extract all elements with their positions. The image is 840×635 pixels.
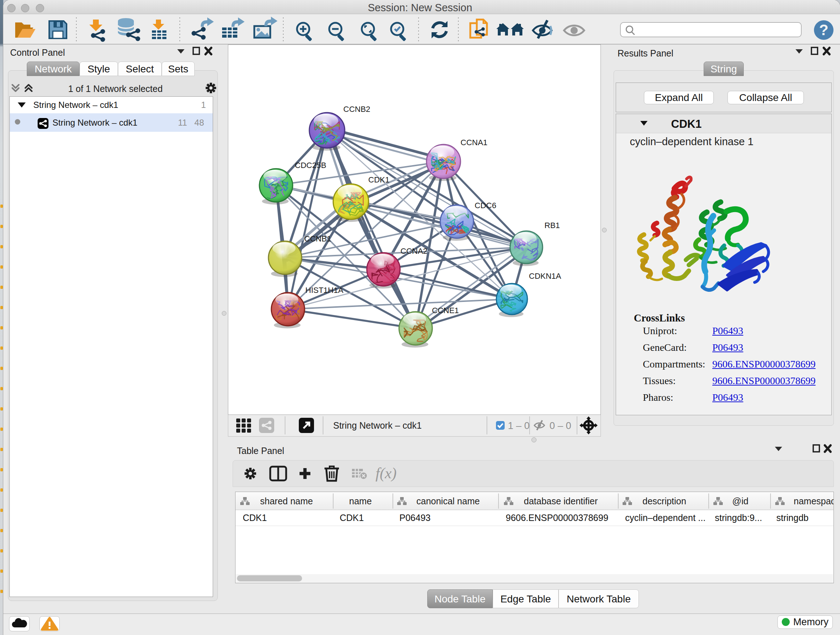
svg-text:1 of 1 Network selected: 1 of 1 Network selected <box>68 84 163 94</box>
svg-text:CCNA2: CCNA2 <box>401 247 428 256</box>
svg-text:CDKN1A: CDKN1A <box>529 272 561 280</box>
svg-text:CCNE1: CCNE1 <box>432 306 459 315</box>
svg-text:CCNA1: CCNA1 <box>461 138 488 147</box>
svg-text:@id: @id <box>732 496 748 506</box>
svg-text:CDK1: CDK1 <box>368 175 390 184</box>
svg-text:RB1: RB1 <box>545 221 560 230</box>
svg-text:1 – 0: 1 – 0 <box>508 420 530 431</box>
svg-text:String Network – cdk1: String Network – cdk1 <box>333 420 422 431</box>
svg-text:canonical name: canonical name <box>416 496 480 506</box>
svg-text:CDC25B: CDC25B <box>295 161 326 170</box>
svg-text:name: name <box>349 496 372 506</box>
svg-text:CCNB1: CCNB1 <box>304 234 332 243</box>
svg-text:shared name: shared name <box>260 496 313 506</box>
svg-text:0 – 0: 0 – 0 <box>549 420 571 431</box>
svg-text:CCNB2: CCNB2 <box>343 105 370 114</box>
svg-text:database identifier: database identifier <box>524 496 598 506</box>
svg-text:f(x): f(x) <box>376 465 396 482</box>
svg-text:description: description <box>643 496 686 506</box>
svg-text:namespac: namespac <box>794 496 834 506</box>
svg-text:CDC6: CDC6 <box>475 201 496 210</box>
svg-text:HIST1H1A: HIST1H1A <box>305 286 343 295</box>
svg-text:?: ? <box>819 21 829 38</box>
